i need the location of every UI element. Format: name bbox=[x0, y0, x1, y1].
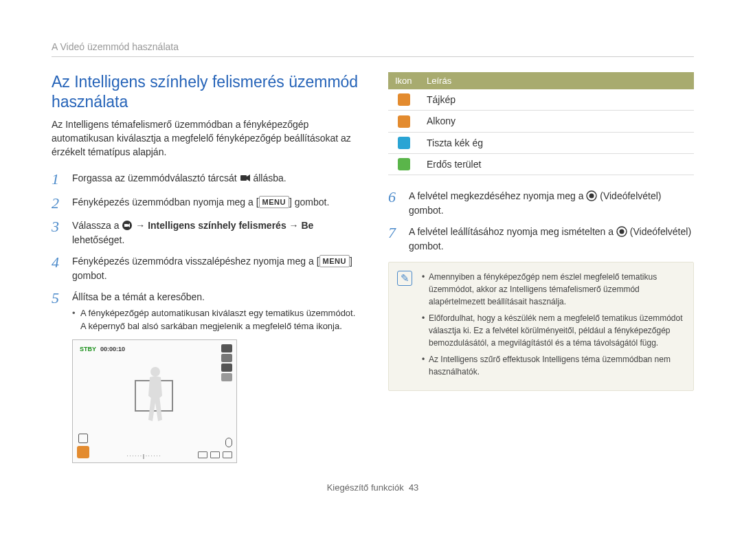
table-row: Tiszta kék ég bbox=[388, 132, 694, 153]
svg-point-5 bbox=[589, 194, 594, 199]
landscape-icon bbox=[388, 89, 420, 111]
menu-button-icon: MENU bbox=[319, 255, 350, 268]
battery-icon bbox=[198, 451, 207, 458]
person-silhouette bbox=[142, 365, 169, 427]
record-button-icon bbox=[586, 190, 597, 201]
detected-theme-icon bbox=[77, 446, 89, 458]
scale-indicator: · · · · · · | · · · · · · bbox=[89, 453, 198, 458]
page-footer: Kiegészítő funkciók 43 bbox=[52, 482, 694, 493]
icon-description: Erdős terület bbox=[420, 153, 694, 175]
video-mode-icon bbox=[240, 172, 251, 183]
menu-button-icon: MENU bbox=[259, 196, 289, 209]
intro-text: Az Intelligens témafelismerő üzemmódban … bbox=[52, 117, 361, 159]
step-1: 1 Forgassa az üzemmódválasztó tárcsát ál… bbox=[52, 171, 361, 188]
forest-icon bbox=[398, 158, 410, 170]
record-button-icon bbox=[616, 226, 627, 237]
icon-table: Ikon Leírás TájképAlkonyTiszta kék égErd… bbox=[388, 72, 694, 175]
step-number: 2 bbox=[52, 195, 72, 212]
note-item: Amennyiben a fényképezőgép nem észlel me… bbox=[422, 271, 684, 308]
step-text: lehetőséget. bbox=[72, 234, 124, 245]
step-bold: → Intelligens színhely felismerés → Be bbox=[133, 220, 313, 231]
step-text: A felvétel leállításához nyomja meg ismé… bbox=[409, 226, 616, 237]
svg-point-3 bbox=[150, 367, 160, 377]
th-icon: Ikon bbox=[388, 72, 420, 89]
divider bbox=[52, 56, 694, 57]
blue-sky-icon bbox=[388, 132, 420, 153]
osd-icon bbox=[221, 344, 232, 352]
svg-point-7 bbox=[619, 229, 624, 234]
icon-description: Tiszta kék ég bbox=[420, 132, 694, 153]
settings-mode-icon bbox=[122, 220, 133, 231]
step-2: 2 Fényképezés üzemmódban nyomja meg a [M… bbox=[52, 195, 361, 212]
step-number: 3 bbox=[52, 219, 72, 247]
step-text: gombot. bbox=[292, 197, 329, 208]
step-number: 4 bbox=[52, 254, 72, 283]
sunset-icon bbox=[398, 115, 410, 128]
note-item: Az Intelligens szűrő effektusok Intellig… bbox=[422, 353, 684, 378]
blue-sky-icon bbox=[398, 137, 410, 149]
step-number: 5 bbox=[52, 290, 72, 333]
battery-icon bbox=[223, 451, 232, 458]
icon-description: Alkony bbox=[420, 111, 694, 132]
svg-rect-0 bbox=[240, 175, 247, 181]
step-number: 1 bbox=[52, 171, 72, 188]
table-row: Alkony bbox=[388, 111, 694, 132]
footer-label: Kiegészítő funkciók bbox=[327, 482, 404, 493]
breadcrumb: A Videó üzemmód használata bbox=[52, 41, 694, 52]
status-icons bbox=[198, 451, 232, 458]
icon-description: Tájkép bbox=[420, 89, 694, 111]
step-text: Fényképezés üzemmódban nyomja meg a bbox=[72, 197, 256, 208]
step-4: 4 Fényképezés üzemmódra visszalépéshez n… bbox=[52, 254, 361, 283]
landscape-icon bbox=[398, 93, 410, 106]
step-number: 6 bbox=[388, 189, 409, 218]
sunset-icon bbox=[388, 111, 420, 132]
stby-label: STBY bbox=[80, 346, 96, 352]
battery-icon bbox=[210, 451, 220, 458]
note-icon: ✎ bbox=[397, 271, 412, 286]
step-text: Válassza a bbox=[72, 220, 122, 231]
step-text: Állítsa be a témát a keresőben. bbox=[72, 291, 205, 302]
step-text: Fényképezés üzemmódra visszalépéshez nyo… bbox=[72, 256, 317, 267]
step-text: Forgassa az üzemmódválasztó tárcsát bbox=[72, 172, 240, 183]
step-number: 7 bbox=[388, 225, 409, 254]
forest-icon bbox=[388, 153, 420, 175]
step-7: 7 A felvétel leállításához nyomja meg is… bbox=[388, 225, 694, 254]
step-sub-bullet: A fényképezőgép automatikusan kiválaszt … bbox=[72, 307, 361, 333]
footer-page-number: 43 bbox=[409, 482, 418, 493]
stabilizer-icon bbox=[78, 434, 88, 443]
rec-counter: 00:00:10 bbox=[100, 346, 125, 352]
table-row: Erdős terület bbox=[388, 153, 694, 175]
th-desc: Leírás bbox=[420, 72, 694, 89]
step-6: 6 A felvétel megkezdéséhez nyomja meg a … bbox=[388, 189, 694, 218]
camera-preview: STBY 00:00:10 bbox=[72, 339, 237, 463]
svg-rect-2 bbox=[124, 224, 128, 227]
step-text: állásba. bbox=[251, 172, 286, 183]
step-text: A felvétel megkezdéséhez nyomja meg a bbox=[409, 190, 586, 201]
note-item: Előfordulhat, hogy a készülék nem a megf… bbox=[422, 312, 684, 349]
page-title: Az Intelligens színhely felismerés üzemm… bbox=[52, 72, 361, 112]
table-row: Tájkép bbox=[388, 89, 694, 111]
step-5: 5 Állítsa be a témát a keresőben. A fény… bbox=[52, 290, 361, 333]
step-text: gombot. bbox=[72, 270, 107, 281]
mic-icon bbox=[225, 438, 232, 447]
note-box: ✎ Amennyiben a fényképezőgép nem észlel … bbox=[388, 262, 694, 391]
step-3: 3 Válassza a → Intelligens színhely feli… bbox=[52, 219, 361, 247]
